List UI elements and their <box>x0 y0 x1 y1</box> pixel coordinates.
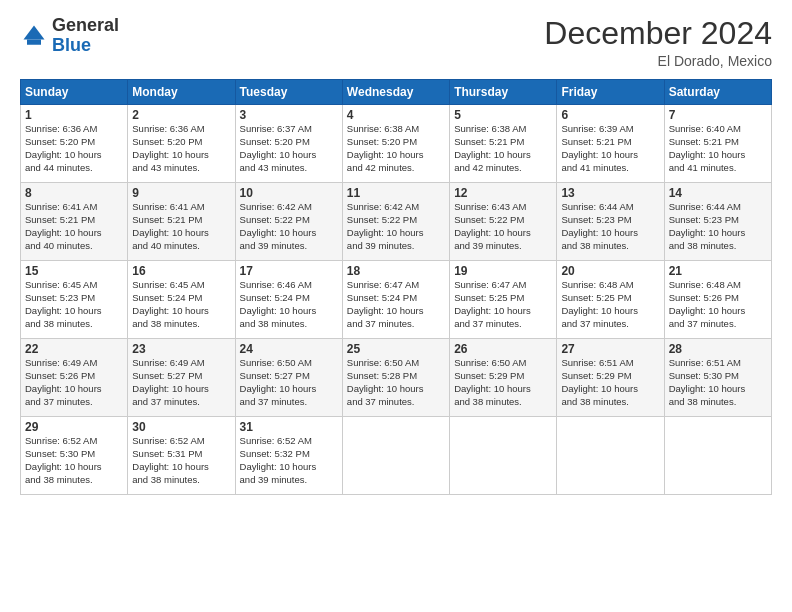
day-number: 3 <box>240 108 338 122</box>
table-row: 30Sunrise: 6:52 AM Sunset: 5:31 PM Dayli… <box>128 417 235 495</box>
page: General Blue December 2024 El Dorado, Me… <box>0 0 792 612</box>
day-info: Sunrise: 6:51 AM Sunset: 5:29 PM Dayligh… <box>561 357 659 408</box>
logo-icon <box>20 22 48 50</box>
col-wednesday: Wednesday <box>342 80 449 105</box>
table-row: 3Sunrise: 6:37 AM Sunset: 5:20 PM Daylig… <box>235 105 342 183</box>
col-sunday: Sunday <box>21 80 128 105</box>
day-info: Sunrise: 6:50 AM Sunset: 5:27 PM Dayligh… <box>240 357 338 408</box>
calendar-week-row: 1Sunrise: 6:36 AM Sunset: 5:20 PM Daylig… <box>21 105 772 183</box>
day-info: Sunrise: 6:46 AM Sunset: 5:24 PM Dayligh… <box>240 279 338 330</box>
day-info: Sunrise: 6:52 AM Sunset: 5:32 PM Dayligh… <box>240 435 338 486</box>
logo-blue: Blue <box>52 36 119 56</box>
day-info: Sunrise: 6:36 AM Sunset: 5:20 PM Dayligh… <box>132 123 230 174</box>
table-row: 16Sunrise: 6:45 AM Sunset: 5:24 PM Dayli… <box>128 261 235 339</box>
table-row <box>557 417 664 495</box>
table-row <box>450 417 557 495</box>
day-number: 6 <box>561 108 659 122</box>
table-row: 23Sunrise: 6:49 AM Sunset: 5:27 PM Dayli… <box>128 339 235 417</box>
table-row: 27Sunrise: 6:51 AM Sunset: 5:29 PM Dayli… <box>557 339 664 417</box>
day-number: 25 <box>347 342 445 356</box>
day-number: 22 <box>25 342 123 356</box>
day-number: 15 <box>25 264 123 278</box>
table-row: 6Sunrise: 6:39 AM Sunset: 5:21 PM Daylig… <box>557 105 664 183</box>
day-number: 29 <box>25 420 123 434</box>
title-area: December 2024 El Dorado, Mexico <box>544 16 772 69</box>
table-row: 14Sunrise: 6:44 AM Sunset: 5:23 PM Dayli… <box>664 183 771 261</box>
day-number: 7 <box>669 108 767 122</box>
day-info: Sunrise: 6:44 AM Sunset: 5:23 PM Dayligh… <box>561 201 659 252</box>
day-number: 30 <box>132 420 230 434</box>
col-saturday: Saturday <box>664 80 771 105</box>
table-row: 9Sunrise: 6:41 AM Sunset: 5:21 PM Daylig… <box>128 183 235 261</box>
day-number: 10 <box>240 186 338 200</box>
col-thursday: Thursday <box>450 80 557 105</box>
col-tuesday: Tuesday <box>235 80 342 105</box>
day-info: Sunrise: 6:38 AM Sunset: 5:20 PM Dayligh… <box>347 123 445 174</box>
day-number: 20 <box>561 264 659 278</box>
calendar-header-row: Sunday Monday Tuesday Wednesday Thursday… <box>21 80 772 105</box>
day-number: 9 <box>132 186 230 200</box>
day-number: 26 <box>454 342 552 356</box>
header: General Blue December 2024 El Dorado, Me… <box>20 16 772 69</box>
day-number: 1 <box>25 108 123 122</box>
table-row <box>664 417 771 495</box>
day-info: Sunrise: 6:50 AM Sunset: 5:29 PM Dayligh… <box>454 357 552 408</box>
day-info: Sunrise: 6:43 AM Sunset: 5:22 PM Dayligh… <box>454 201 552 252</box>
table-row: 31Sunrise: 6:52 AM Sunset: 5:32 PM Dayli… <box>235 417 342 495</box>
day-info: Sunrise: 6:49 AM Sunset: 5:26 PM Dayligh… <box>25 357 123 408</box>
day-number: 31 <box>240 420 338 434</box>
day-info: Sunrise: 6:47 AM Sunset: 5:25 PM Dayligh… <box>454 279 552 330</box>
calendar-week-row: 15Sunrise: 6:45 AM Sunset: 5:23 PM Dayli… <box>21 261 772 339</box>
day-info: Sunrise: 6:45 AM Sunset: 5:23 PM Dayligh… <box>25 279 123 330</box>
calendar-table: Sunday Monday Tuesday Wednesday Thursday… <box>20 79 772 495</box>
day-info: Sunrise: 6:48 AM Sunset: 5:25 PM Dayligh… <box>561 279 659 330</box>
day-number: 23 <box>132 342 230 356</box>
day-number: 21 <box>669 264 767 278</box>
day-number: 13 <box>561 186 659 200</box>
location: El Dorado, Mexico <box>544 53 772 69</box>
table-row: 8Sunrise: 6:41 AM Sunset: 5:21 PM Daylig… <box>21 183 128 261</box>
day-info: Sunrise: 6:37 AM Sunset: 5:20 PM Dayligh… <box>240 123 338 174</box>
table-row: 22Sunrise: 6:49 AM Sunset: 5:26 PM Dayli… <box>21 339 128 417</box>
day-number: 12 <box>454 186 552 200</box>
day-info: Sunrise: 6:45 AM Sunset: 5:24 PM Dayligh… <box>132 279 230 330</box>
table-row: 18Sunrise: 6:47 AM Sunset: 5:24 PM Dayli… <box>342 261 449 339</box>
table-row: 21Sunrise: 6:48 AM Sunset: 5:26 PM Dayli… <box>664 261 771 339</box>
calendar-week-row: 8Sunrise: 6:41 AM Sunset: 5:21 PM Daylig… <box>21 183 772 261</box>
day-number: 11 <box>347 186 445 200</box>
day-info: Sunrise: 6:41 AM Sunset: 5:21 PM Dayligh… <box>25 201 123 252</box>
table-row: 5Sunrise: 6:38 AM Sunset: 5:21 PM Daylig… <box>450 105 557 183</box>
day-number: 14 <box>669 186 767 200</box>
table-row: 17Sunrise: 6:46 AM Sunset: 5:24 PM Dayli… <box>235 261 342 339</box>
svg-rect-1 <box>27 39 41 44</box>
day-info: Sunrise: 6:39 AM Sunset: 5:21 PM Dayligh… <box>561 123 659 174</box>
table-row: 15Sunrise: 6:45 AM Sunset: 5:23 PM Dayli… <box>21 261 128 339</box>
table-row: 28Sunrise: 6:51 AM Sunset: 5:30 PM Dayli… <box>664 339 771 417</box>
day-info: Sunrise: 6:41 AM Sunset: 5:21 PM Dayligh… <box>132 201 230 252</box>
table-row: 7Sunrise: 6:40 AM Sunset: 5:21 PM Daylig… <box>664 105 771 183</box>
table-row: 25Sunrise: 6:50 AM Sunset: 5:28 PM Dayli… <box>342 339 449 417</box>
day-info: Sunrise: 6:36 AM Sunset: 5:20 PM Dayligh… <box>25 123 123 174</box>
col-friday: Friday <box>557 80 664 105</box>
day-info: Sunrise: 6:38 AM Sunset: 5:21 PM Dayligh… <box>454 123 552 174</box>
table-row: 13Sunrise: 6:44 AM Sunset: 5:23 PM Dayli… <box>557 183 664 261</box>
day-number: 8 <box>25 186 123 200</box>
table-row: 11Sunrise: 6:42 AM Sunset: 5:22 PM Dayli… <box>342 183 449 261</box>
day-number: 28 <box>669 342 767 356</box>
day-info: Sunrise: 6:40 AM Sunset: 5:21 PM Dayligh… <box>669 123 767 174</box>
table-row: 29Sunrise: 6:52 AM Sunset: 5:30 PM Dayli… <box>21 417 128 495</box>
day-number: 2 <box>132 108 230 122</box>
day-number: 19 <box>454 264 552 278</box>
logo-text: General Blue <box>52 16 119 56</box>
day-info: Sunrise: 6:47 AM Sunset: 5:24 PM Dayligh… <box>347 279 445 330</box>
logo: General Blue <box>20 16 119 56</box>
month-title: December 2024 <box>544 16 772 51</box>
day-info: Sunrise: 6:42 AM Sunset: 5:22 PM Dayligh… <box>240 201 338 252</box>
table-row: 12Sunrise: 6:43 AM Sunset: 5:22 PM Dayli… <box>450 183 557 261</box>
svg-marker-0 <box>24 25 45 39</box>
table-row: 2Sunrise: 6:36 AM Sunset: 5:20 PM Daylig… <box>128 105 235 183</box>
day-info: Sunrise: 6:51 AM Sunset: 5:30 PM Dayligh… <box>669 357 767 408</box>
table-row: 10Sunrise: 6:42 AM Sunset: 5:22 PM Dayli… <box>235 183 342 261</box>
table-row: 20Sunrise: 6:48 AM Sunset: 5:25 PM Dayli… <box>557 261 664 339</box>
calendar-week-row: 22Sunrise: 6:49 AM Sunset: 5:26 PM Dayli… <box>21 339 772 417</box>
